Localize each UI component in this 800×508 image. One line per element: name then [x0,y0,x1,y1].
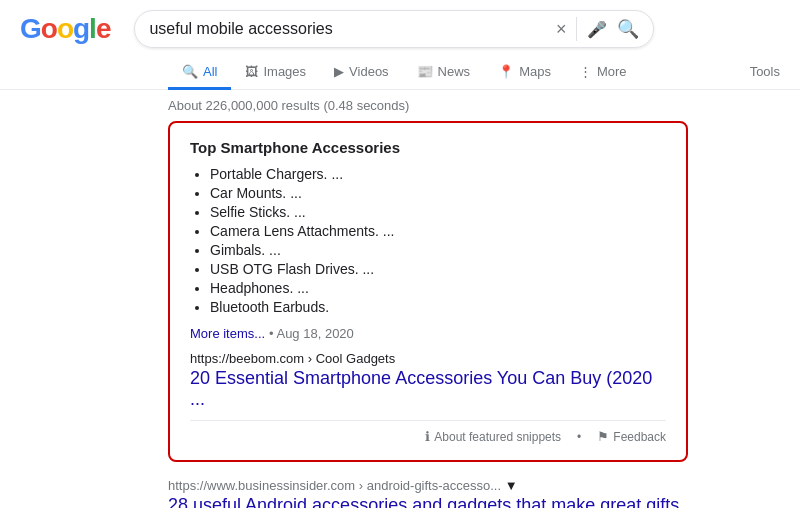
result-url: https://www.businessinsider.com › androi… [168,478,688,493]
more-items-link[interactable]: More items... [190,326,265,341]
snippet-source-url: https://beebom.com › Cool Gadgets [190,351,666,366]
result-url-arrow[interactable]: ▼ [505,478,518,493]
search-bar: × 🎤 🔍 [134,10,654,48]
search-submit-icon[interactable]: 🔍 [617,18,639,40]
footer-separator: • [577,430,581,444]
about-snippets-label: About featured snippets [434,430,561,444]
feedback-label: Feedback [613,430,666,444]
tab-all-label: All [203,64,217,79]
result-item-2: https://www.businessinsider.com › androi… [168,478,688,508]
snippet-more-date: More items... • Aug 18, 2020 [190,325,666,341]
tab-news-label: News [438,64,471,79]
tab-maps[interactable]: 📍 Maps [484,56,565,90]
tab-more[interactable]: ⋮ More [565,56,641,90]
google-logo: Google [20,13,110,45]
list-item: Bluetooth Earbuds. [210,299,666,315]
feedback-icon: ⚑ [597,429,609,444]
result-title[interactable]: 28 useful Android accessories and gadget… [168,495,688,508]
header: Google × 🎤 🔍 [0,0,800,48]
feedback-button[interactable]: ⚑ Feedback [597,429,666,444]
nav-tabs: 🔍 All 🖼 Images ▶ Videos 📰 News 📍 Maps ⋮ … [0,48,800,90]
snippet-footer: ℹ About featured snippets • ⚑ Feedback [190,420,666,444]
tab-news[interactable]: 📰 News [403,56,485,90]
search-icons: × 🎤 🔍 [556,17,640,41]
tab-more-icon: ⋮ [579,64,592,79]
clear-icon[interactable]: × [556,19,567,40]
divider [576,17,577,41]
tab-tools-label: Tools [750,64,780,79]
snippet-title: Top Smartphone Accessories [190,139,666,156]
tab-images[interactable]: 🖼 Images [231,56,320,90]
tab-images-label: Images [263,64,306,79]
tab-all-icon: 🔍 [182,64,198,79]
list-item: Headphones. ... [210,280,666,296]
main-content: Top Smartphone Accessories Portable Char… [0,121,800,508]
list-item: Car Mounts. ... [210,185,666,201]
tab-videos-label: Videos [349,64,389,79]
list-item: Selfie Sticks. ... [210,204,666,220]
tab-news-icon: 📰 [417,64,433,79]
tab-videos[interactable]: ▶ Videos [320,56,403,90]
results-count: About 226,000,000 results (0.48 seconds) [0,90,800,121]
list-item: Camera Lens Attachments. ... [210,223,666,239]
snippet-date: • Aug 18, 2020 [269,326,354,341]
list-item: Gimbals. ... [210,242,666,258]
tab-maps-icon: 📍 [498,64,514,79]
snippet-result-link[interactable]: 20 Essential Smartphone Accessories You … [190,368,652,409]
list-item: USB OTG Flash Drives. ... [210,261,666,277]
tab-maps-label: Maps [519,64,551,79]
about-snippets[interactable]: ℹ About featured snippets [425,429,561,444]
snippet-list: Portable Chargers. ... Car Mounts. ... S… [190,166,666,315]
list-item: Portable Chargers. ... [210,166,666,182]
mic-icon[interactable]: 🎤 [587,20,607,39]
featured-snippet: Top Smartphone Accessories Portable Char… [168,121,688,462]
tab-all[interactable]: 🔍 All [168,56,231,90]
tab-tools[interactable]: Tools [736,56,800,90]
tab-more-label: More [597,64,627,79]
search-input[interactable] [149,20,547,38]
info-icon: ℹ [425,429,430,444]
tab-videos-icon: ▶ [334,64,344,79]
tab-images-icon: 🖼 [245,64,258,79]
